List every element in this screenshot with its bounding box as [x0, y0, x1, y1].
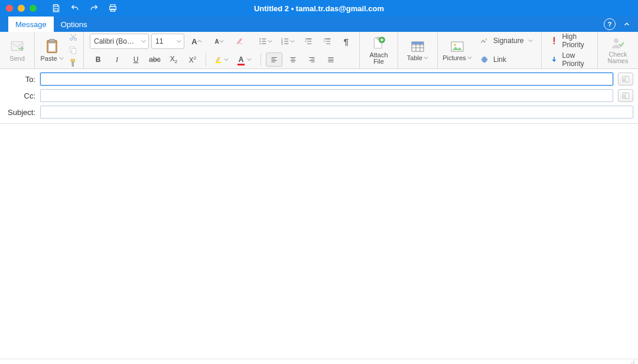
cc-address-book-button[interactable] — [618, 89, 633, 102]
numbering-button[interactable]: 123 — [278, 34, 298, 48]
high-priority-button[interactable]: High Priority — [546, 33, 593, 48]
help-icon[interactable]: ? — [604, 18, 616, 30]
svg-rect-14 — [72, 62, 74, 66]
shrink-font-button[interactable]: A — [209, 34, 229, 48]
close-window-button[interactable] — [6, 5, 13, 12]
svg-rect-8 — [48, 43, 56, 51]
table-icon — [409, 40, 427, 54]
undo-icon[interactable] — [70, 3, 80, 14]
svg-text:3: 3 — [281, 42, 283, 45]
chevron-down-icon — [290, 39, 295, 44]
send-button[interactable]: Send — [5, 34, 30, 67]
picture-icon — [448, 40, 466, 54]
highlight-color-button[interactable] — [211, 53, 232, 67]
svg-point-16 — [259, 41, 261, 42]
group-insert: Pictures Signature Link — [438, 32, 542, 68]
subscript-button[interactable]: X2 — [165, 53, 182, 67]
to-field[interactable] — [40, 73, 613, 86]
paste-icon — [44, 38, 60, 55]
chevron-down-icon — [247, 57, 252, 62]
font-size-combo[interactable]: 11 — [151, 34, 184, 49]
address-book-icon — [621, 91, 630, 100]
svg-rect-0 — [54, 5, 57, 6]
chevron-down-icon — [528, 38, 533, 43]
message-body[interactable] — [0, 124, 638, 359]
low-priority-icon — [550, 55, 558, 64]
copy-icon[interactable] — [68, 45, 79, 55]
cc-field[interactable] — [40, 89, 613, 102]
save-icon[interactable] — [51, 3, 61, 14]
svg-point-31 — [614, 38, 619, 43]
group-font-paragraph: Calibri (Bo… 11 A A 123 ¶ — [84, 32, 360, 68]
svg-rect-12 — [71, 48, 76, 54]
group-send: Send — [0, 32, 35, 68]
chevron-down-icon — [467, 55, 472, 60]
caret-down-icon — [219, 39, 224, 44]
print-icon[interactable] — [108, 3, 118, 14]
align-right-button[interactable] — [304, 53, 320, 67]
title-bar: Untitled 2 • tamal.tr.das@gmail.com — [0, 0, 638, 17]
font-color-button[interactable]: A — [235, 53, 256, 67]
link-icon — [479, 55, 490, 64]
cut-icon[interactable] — [68, 32, 79, 42]
svg-point-17 — [259, 43, 261, 44]
paragraph-marks-button[interactable]: ¶ — [338, 34, 354, 48]
format-painter-icon[interactable] — [68, 58, 79, 68]
group-attach: AttachFile — [360, 32, 398, 68]
redo-icon[interactable] — [89, 3, 99, 14]
to-label: To: — [5, 75, 35, 84]
align-justify-button[interactable] — [323, 53, 339, 67]
svg-rect-1 — [54, 9, 57, 11]
align-left-button[interactable] — [266, 53, 282, 67]
tab-message[interactable]: Message — [8, 17, 54, 32]
collapse-ribbon-icon[interactable] — [621, 19, 632, 29]
svg-point-35 — [623, 94, 624, 96]
group-table: Table — [398, 32, 438, 68]
grow-font-button[interactable]: A — [187, 34, 207, 48]
svg-point-30 — [554, 42, 555, 44]
clear-formatting-button[interactable] — [232, 34, 248, 48]
pictures-button[interactable]: Pictures — [442, 40, 472, 61]
increase-indent-button[interactable] — [319, 34, 336, 48]
status-bar — [0, 359, 638, 364]
font-name-combo[interactable]: Calibri (Bo… — [90, 34, 149, 49]
check-names-button[interactable]: CheckNames — [603, 36, 633, 64]
signature-icon — [479, 37, 490, 45]
attach-file-button[interactable]: AttachFile — [364, 35, 393, 65]
bold-button[interactable]: B — [90, 53, 106, 67]
tab-options[interactable]: Options — [54, 17, 95, 32]
quick-access-toolbar — [51, 3, 118, 14]
paste-button[interactable]: Paste — [40, 34, 64, 67]
chevron-down-icon — [224, 57, 229, 62]
superscript-button[interactable]: X2 — [184, 53, 201, 67]
send-label: Send — [9, 55, 25, 62]
group-priority: High Priority Low Priority — [542, 32, 598, 68]
svg-point-33 — [623, 78, 624, 79]
decrease-indent-button[interactable] — [300, 34, 317, 48]
to-address-book-button[interactable] — [618, 73, 633, 86]
bullets-button[interactable] — [255, 34, 275, 48]
align-center-button[interactable] — [285, 53, 301, 67]
link-button[interactable]: Link — [476, 52, 510, 67]
low-priority-button[interactable]: Low Priority — [546, 52, 593, 67]
underline-button[interactable]: U — [128, 53, 144, 67]
resize-grip-icon[interactable] — [629, 359, 636, 365]
subject-field[interactable] — [40, 106, 633, 119]
signature-button[interactable]: Signature — [476, 33, 536, 48]
zoom-window-button[interactable] — [30, 5, 37, 12]
chevron-down-icon — [177, 39, 181, 44]
strikethrough-button[interactable]: abc — [147, 53, 163, 67]
chevron-down-icon — [268, 39, 272, 44]
svg-rect-7 — [49, 40, 54, 42]
group-check-names: CheckNames — [598, 32, 638, 68]
svg-point-28 — [454, 44, 456, 46]
caret-up-icon — [197, 39, 202, 44]
address-book-icon — [621, 75, 630, 83]
message-headers: To: Cc: Subject: — [0, 69, 638, 124]
table-button[interactable]: Table — [403, 40, 432, 61]
italic-button[interactable]: I — [109, 53, 125, 67]
paste-dropdown[interactable]: Paste — [40, 55, 63, 62]
minimize-window-button[interactable] — [18, 5, 25, 12]
send-icon — [8, 38, 26, 54]
group-clipboard: Paste — [35, 32, 84, 68]
